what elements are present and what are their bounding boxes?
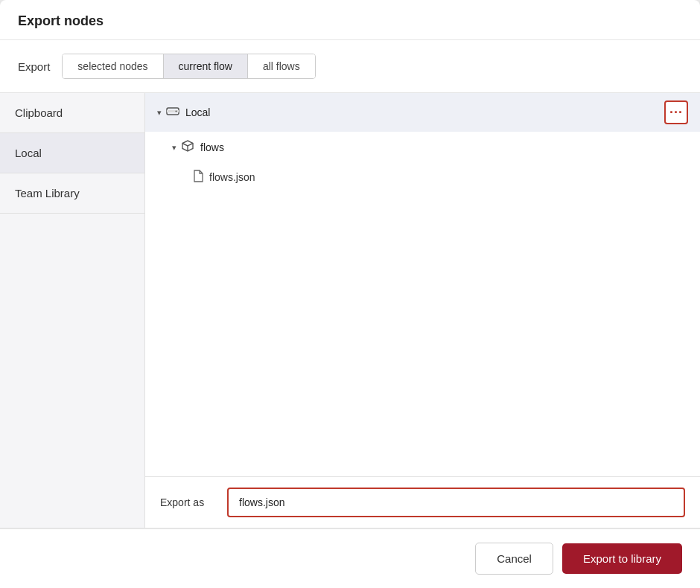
export-as-row: Export as: [145, 476, 700, 528]
sidebar-label-local: Local: [15, 147, 42, 159]
export-nodes-dialog: Export nodes Export selected nodes curre…: [0, 0, 700, 588]
export-label: Export: [18, 60, 50, 73]
tree-row-flows[interactable]: ▾ flows: [145, 132, 700, 163]
tree-row-flows-json[interactable]: flows.json: [145, 163, 700, 191]
export-row: Export selected nodes current flow all f…: [0, 40, 700, 93]
chevron-down-icon-flows: ▾: [172, 143, 176, 153]
tree-flows-label: flows: [200, 141, 224, 153]
tree-row-local[interactable]: ▾ Local ···: [145, 93, 700, 132]
content-area: ▾ Local ···: [145, 93, 700, 528]
cancel-button[interactable]: Cancel: [475, 543, 553, 575]
dialog-header: Export nodes: [0, 0, 700, 40]
main-area: Clipboard Local Team Library ▾: [0, 93, 700, 528]
tree-file-label: flows.json: [209, 171, 255, 183]
export-as-label: Export as: [160, 496, 227, 508]
tab-selected-nodes[interactable]: selected nodes: [63, 54, 163, 78]
chevron-down-icon: ▾: [157, 108, 162, 118]
sidebar-item-clipboard[interactable]: Clipboard: [0, 93, 144, 133]
svg-point-2: [176, 111, 177, 112]
box-icon: [181, 139, 194, 156]
sidebar-item-team-library[interactable]: Team Library: [0, 173, 144, 214]
file-icon: [193, 170, 203, 185]
more-options-button[interactable]: ···: [664, 100, 688, 124]
sidebar-label-team-library: Team Library: [15, 187, 80, 199]
export-as-input[interactable]: [227, 488, 685, 517]
svg-rect-1: [167, 110, 179, 112]
hdd-icon: [166, 105, 179, 120]
export-tab-group: selected nodes current flow all flows: [62, 54, 315, 79]
tab-current-flow[interactable]: current flow: [164, 54, 248, 78]
sidebar: Clipboard Local Team Library: [0, 93, 145, 528]
tab-all-flows[interactable]: all flows: [248, 54, 315, 78]
dialog-footer: Cancel Export to library: [0, 528, 700, 588]
sidebar-label-clipboard: Clipboard: [15, 106, 63, 119]
dialog-title: Export nodes: [18, 13, 104, 28]
more-icon: ···: [669, 105, 683, 121]
tree-area: ▾ Local ···: [145, 93, 700, 476]
sidebar-item-local[interactable]: Local: [0, 133, 144, 173]
tree-root-label: Local: [185, 106, 210, 118]
export-to-library-button[interactable]: Export to library: [562, 543, 682, 574]
